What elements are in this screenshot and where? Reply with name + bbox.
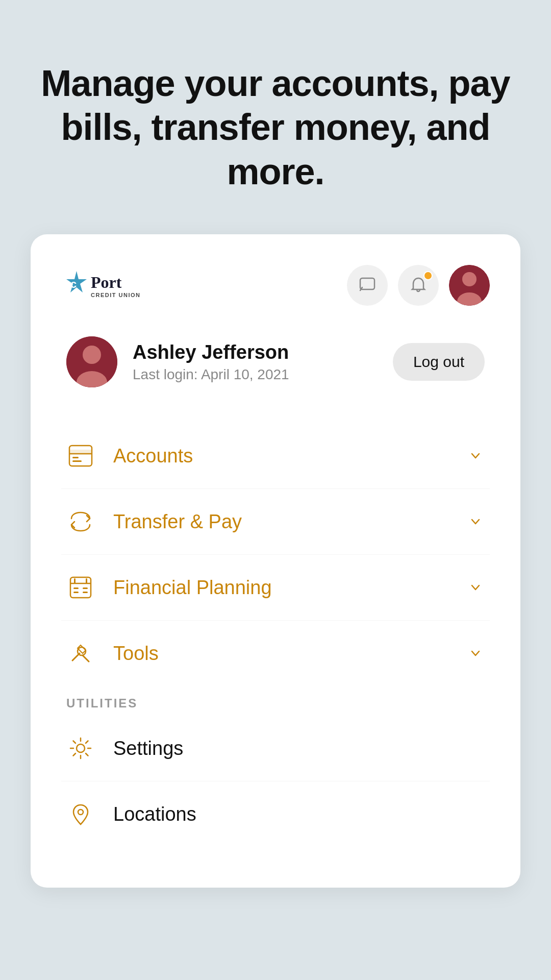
- main-card: c Port CREDIT UNION: [31, 234, 520, 888]
- menu-item-settings[interactable]: Settings: [61, 716, 490, 781]
- menu-label-financial-planning: Financial Planning: [113, 577, 448, 599]
- notification-button[interactable]: [398, 265, 439, 306]
- svg-rect-15: [72, 460, 82, 462]
- menu-item-locations[interactable]: Locations: [61, 781, 490, 847]
- svg-text:Port: Port: [91, 273, 122, 291]
- user-info: Ashley Jefferson Last login: April 10, 2…: [66, 336, 289, 387]
- svg-point-25: [77, 744, 85, 752]
- utilities-section: UTILITIES Settings Locations: [61, 696, 490, 847]
- menu-label-accounts: Accounts: [113, 445, 448, 467]
- svg-point-6: [462, 272, 477, 286]
- accounts-chevron-icon: [466, 447, 485, 465]
- user-avatar: [66, 336, 117, 387]
- menu-label-transfer-pay: Transfer & Pay: [113, 511, 448, 533]
- menu-list: Accounts Transfer & Pay: [61, 423, 490, 686]
- svg-rect-11: [69, 446, 92, 466]
- menu-item-tools[interactable]: Tools: [61, 621, 490, 686]
- header-avatar: [449, 265, 490, 306]
- cport-logo: c Port CREDIT UNION: [61, 267, 173, 303]
- tools-icon: [66, 639, 95, 668]
- menu-label-locations: Locations: [113, 803, 485, 825]
- settings-icon: [66, 734, 95, 763]
- user-name: Ashley Jefferson: [133, 341, 289, 363]
- svg-rect-14: [72, 457, 79, 458]
- svg-point-9: [83, 346, 101, 364]
- svg-rect-21: [73, 592, 79, 593]
- header-avatar-button[interactable]: [449, 265, 490, 306]
- tools-chevron-icon: [466, 644, 485, 663]
- svg-rect-22: [83, 587, 88, 589]
- menu-label-settings: Settings: [113, 738, 485, 760]
- header-actions: [347, 265, 490, 306]
- utilities-label: UTILITIES: [61, 696, 490, 710]
- menu-item-financial-planning[interactable]: Financial Planning: [61, 555, 490, 621]
- transfer-icon: [66, 507, 95, 536]
- transfer-chevron-icon: [466, 512, 485, 531]
- financial-planning-chevron-icon: [466, 578, 485, 597]
- user-last-login: Last login: April 10, 2021: [133, 366, 289, 383]
- hero-title: Manage your accounts, pay bills, transfe…: [31, 61, 520, 193]
- svg-text:CREDIT UNION: CREDIT UNION: [91, 292, 140, 298]
- notification-dot: [423, 271, 433, 280]
- svg-rect-23: [83, 592, 88, 593]
- user-row: Ashley Jefferson Last login: April 10, 2…: [61, 336, 490, 387]
- user-text: Ashley Jefferson Last login: April 10, 2…: [133, 341, 289, 383]
- menu-item-accounts[interactable]: Accounts: [61, 423, 490, 489]
- financial-planning-icon: [66, 573, 95, 602]
- chat-icon: [358, 276, 377, 295]
- logo-container: c Port CREDIT UNION: [61, 267, 173, 303]
- svg-rect-19: [86, 578, 87, 583]
- chat-button[interactable]: [347, 265, 388, 306]
- svg-rect-16: [70, 577, 91, 598]
- hero-section: Manage your accounts, pay bills, transfe…: [0, 0, 551, 234]
- accounts-icon: [66, 442, 95, 470]
- logout-button[interactable]: Log out: [393, 343, 485, 381]
- menu-item-transfer-pay[interactable]: Transfer & Pay: [61, 489, 490, 555]
- card-header: c Port CREDIT UNION: [61, 265, 490, 306]
- svg-point-26: [78, 810, 83, 815]
- location-icon: [66, 800, 95, 828]
- svg-rect-18: [74, 578, 76, 583]
- svg-text:c: c: [70, 278, 77, 290]
- svg-rect-20: [73, 587, 79, 589]
- menu-label-tools: Tools: [113, 643, 448, 665]
